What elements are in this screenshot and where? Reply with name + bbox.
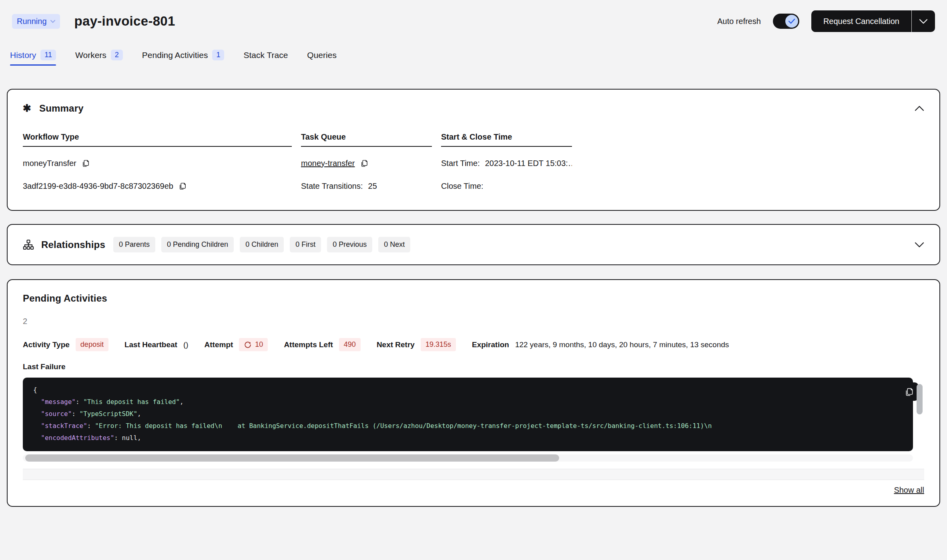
tab-count-badge: 2 — [111, 50, 123, 60]
expiration-value: 122 years, 9 months, 10 days, 20 hours, … — [515, 340, 729, 349]
pending-children-badge: 0 Pending Children — [161, 237, 234, 252]
tab-workers[interactable]: Workers 2 — [75, 50, 123, 66]
toggle-knob — [785, 15, 798, 28]
cancellation-menu-button[interactable] — [912, 10, 935, 32]
task-queue-link[interactable]: money-transfer — [301, 159, 355, 168]
summary-collapse-button[interactable] — [915, 106, 924, 111]
next-retry-field: Next Retry 19.315s — [377, 338, 456, 351]
request-cancellation-split-button: Request Cancellation — [811, 10, 935, 32]
attempt-field: Attempt 10 — [205, 338, 268, 351]
times-heading: Start & Close Time — [441, 132, 572, 147]
start-time-value: 2023-10-11 EDT 15:03:… — [485, 159, 572, 168]
chevron-up-icon — [915, 106, 924, 111]
code-line: "encodedAttributes": null, — [33, 432, 903, 444]
last-failure-code-wrap: { "message": "This deposit has failed", … — [23, 378, 924, 451]
field-label: Attempts Left — [284, 340, 333, 349]
first-badge: 0 First — [290, 237, 321, 252]
relationships-title: Relationships — [41, 239, 105, 250]
pending-activity-fields: Activity Type deposit Last Heartbeat () … — [23, 338, 924, 351]
horizontal-scrollbar-thumb[interactable] — [25, 454, 559, 462]
tab-count-badge: 1 — [212, 50, 224, 60]
tab-label: Workers — [75, 50, 106, 60]
status-badge[interactable]: Running — [12, 14, 60, 29]
tab-label: History — [10, 50, 36, 60]
summary-title: Summary — [39, 103, 84, 114]
field-label: Next Retry — [377, 340, 415, 349]
times-column: Start & Close Time Start Time: 2023-10-1… — [441, 132, 572, 192]
auto-refresh-toggle[interactable] — [773, 14, 799, 29]
code-vertical-scrollbar[interactable] — [917, 384, 923, 414]
relationships-expand-button[interactable] — [915, 242, 924, 248]
show-all-link[interactable]: Show all — [894, 486, 924, 495]
workflow-run-id: 3adf2199-e3d8-4936-9bd7-8c87302369eb — [23, 182, 173, 191]
check-icon — [788, 18, 795, 24]
last-failure-label: Last Failure — [23, 362, 924, 371]
copy-icon[interactable] — [179, 182, 187, 190]
field-label: Attempt — [205, 340, 233, 349]
pending-activity-index: 2 — [23, 317, 924, 326]
header-actions: Auto refresh Request Cancellation — [717, 10, 935, 32]
code-line: { — [33, 384, 903, 396]
attempts-left-badge: 490 — [339, 338, 361, 351]
summary-grid: Workflow Type moneyTransfer 3adf2199-e3d… — [23, 132, 924, 192]
code-horizontal-scrollbar — [23, 454, 913, 462]
attempts-left-field: Attempts Left 490 — [284, 338, 361, 351]
code-block-lines: { "message": "This deposit has failed", … — [23, 378, 913, 451]
code-copy-button[interactable] — [900, 382, 919, 401]
tab-label: Queries — [307, 50, 337, 60]
show-all-row: Show all — [23, 486, 924, 495]
code-line: "message": "This deposit has failed", — [33, 396, 903, 408]
copy-icon[interactable] — [360, 159, 369, 168]
close-time-label: Close Time: — [441, 182, 484, 191]
activity-type-badge: deposit — [76, 338, 108, 351]
previous-badge: 0 Previous — [327, 237, 372, 252]
tab-label: Pending Activities — [142, 50, 208, 60]
workflow-type-heading: Workflow Type — [23, 132, 292, 147]
state-transitions-label: State Transitions: — [301, 182, 363, 191]
sitemap-icon — [23, 239, 34, 250]
chevron-down-icon — [919, 19, 928, 24]
relationship-badges: 0 Parents 0 Pending Children 0 Children … — [113, 237, 410, 252]
next-badge: 0 Next — [378, 237, 410, 252]
tab-count-badge: 11 — [40, 50, 56, 60]
next-activity-strip — [23, 469, 924, 480]
copy-icon — [905, 387, 914, 397]
summary-panel: ✱ Summary Workflow Type moneyTransfer 3a… — [7, 89, 940, 211]
code-line: "source": "TypeScriptSDK", — [33, 408, 903, 420]
summary-header: ✱ Summary — [23, 102, 924, 114]
workflow-type-column: Workflow Type moneyTransfer 3adf2199-e3d… — [23, 132, 292, 192]
state-transitions-value: 25 — [368, 182, 377, 191]
expiration-field: Expiration 122 years, 9 months, 10 days,… — [472, 340, 729, 349]
field-label: Expiration — [472, 340, 509, 349]
parents-badge: 0 Parents — [113, 237, 155, 252]
field-label: Activity Type — [23, 340, 70, 349]
summary-asterisk-icon: ✱ — [23, 102, 31, 114]
page-header: Running pay-invoice-801 Auto refresh Req… — [0, 0, 947, 32]
tab-history[interactable]: History 11 — [10, 50, 56, 66]
last-heartbeat-value: () — [183, 340, 189, 349]
tab-pending-activities[interactable]: Pending Activities 1 — [142, 50, 225, 66]
tab-queries[interactable]: Queries — [307, 50, 337, 66]
status-caret-icon — [50, 20, 55, 23]
pending-activities-panel: Pending Activities 2 Activity Type depos… — [7, 279, 940, 507]
attempt-value: 10 — [255, 340, 263, 349]
attempt-badge: 10 — [239, 338, 268, 351]
code-line: "stackTrace": "Error: This deposit has f… — [33, 420, 903, 432]
tab-stack-trace[interactable]: Stack Trace — [243, 50, 288, 66]
pending-activities-title: Pending Activities — [23, 293, 924, 304]
retry-icon — [244, 341, 252, 349]
start-time-label: Start Time: — [441, 159, 480, 168]
copy-icon[interactable] — [82, 159, 90, 168]
task-queue-column: Task Queue money-transfer State Transiti… — [301, 132, 432, 192]
relationships-panel: Relationships 0 Parents 0 Pending Childr… — [7, 224, 940, 265]
task-queue-heading: Task Queue — [301, 132, 432, 147]
tab-bar: History 11 Workers 2 Pending Activities … — [0, 50, 947, 66]
activity-type-field: Activity Type deposit — [23, 338, 108, 351]
workflow-title: pay-invoice-801 — [74, 14, 175, 29]
last-heartbeat-field: Last Heartbeat () — [124, 340, 189, 349]
request-cancellation-button[interactable]: Request Cancellation — [811, 10, 911, 32]
field-label: Last Heartbeat — [124, 340, 177, 349]
status-label: Running — [17, 17, 47, 26]
next-retry-badge: 19.315s — [421, 338, 456, 351]
tab-label: Stack Trace — [243, 50, 288, 60]
